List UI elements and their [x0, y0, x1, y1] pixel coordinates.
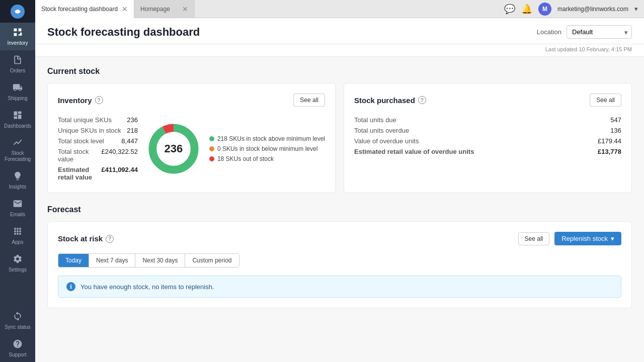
sidebar-item-insights-label: Insights — [9, 184, 26, 190]
sidebar-item-apps[interactable]: Apps — [0, 222, 35, 249]
sidebar-item-support-label: Support — [9, 352, 26, 358]
emails-icon — [13, 199, 23, 210]
stock-purchased-card: Stock purchased ? See all Total units du… — [344, 83, 632, 193]
stat-value-bold: £13,778 — [598, 148, 621, 155]
stat-row-value-overdue-units: Value of overdue units £179.44 — [354, 136, 621, 146]
user-initials: M — [542, 6, 547, 13]
sidebar-item-settings-label: Settings — [9, 267, 27, 273]
donut-area: 236 218 SKUs in stock above minimum leve… — [146, 121, 325, 176]
stock-at-risk-info-icon[interactable]: ? — [106, 235, 114, 243]
replenish-stock-label: Replenish stock — [561, 235, 608, 242]
tab-stock-forecasting-close[interactable]: ✕ — [122, 6, 128, 13]
sidebar-item-shipping[interactable]: Shipping — [0, 78, 35, 106]
period-tab-custom[interactable]: Custom period — [185, 254, 238, 267]
stat-value: 136 — [610, 127, 621, 134]
stat-row-unique-skus-in-stock: Unique SKUs in stock 218 — [58, 125, 138, 136]
period-tab-today[interactable]: Today — [58, 254, 89, 267]
notification-chat-icon[interactable]: 💬 — [504, 4, 515, 15]
sidebar-logo — [0, 0, 35, 23]
forecast-see-all-button[interactable]: See all — [518, 232, 550, 245]
info-banner-icon: ℹ — [66, 282, 75, 291]
apps-icon — [13, 226, 23, 238]
sidebar-item-orders[interactable]: Orders — [0, 50, 35, 78]
shipping-icon — [13, 82, 23, 94]
sidebar-item-apps-label: Apps — [12, 239, 24, 245]
user-email: marketing@linnworks.com — [557, 6, 628, 13]
page-title: Stock forecasting dashboard — [47, 26, 537, 39]
cards-row: Inventory ? See all Total unique SKUs 23… — [47, 83, 632, 193]
tab-homepage-close[interactable]: ✕ — [182, 6, 188, 13]
inventory-stats: Total unique SKUs 236 Unique SKUs in sto… — [58, 115, 138, 183]
period-tab-7days[interactable]: Next 7 days — [89, 254, 135, 267]
stock-purchased-info-icon[interactable]: ? — [418, 96, 426, 104]
stat-row-total-unique-skus: Total unique SKUs 236 — [58, 115, 138, 125]
tab-stock-forecasting[interactable]: Stock forecasting dashboard ✕ — [35, 0, 134, 18]
inventory-info-icon[interactable]: ? — [95, 96, 103, 104]
stock-purchased-see-all-button[interactable]: See all — [590, 94, 621, 107]
content-area: Stock forecasting dashboard Location Def… — [35, 18, 644, 362]
sidebar-item-emails[interactable]: Emails — [0, 194, 35, 222]
location-select[interactable]: Default — [567, 25, 632, 39]
stock-at-risk-title: Stock at risk ? — [58, 234, 114, 243]
location-select-wrapper: Default — [567, 25, 632, 39]
notification-bell-icon[interactable]: 🔔 — [521, 4, 532, 15]
sidebar-item-insights[interactable]: Insights — [0, 166, 35, 194]
inventory-card: Inventory ? See all Total unique SKUs 23… — [47, 83, 336, 193]
tab-bar: Stock forecasting dashboard ✕ Homepage ✕… — [35, 0, 644, 18]
stat-label: Total unique SKUs — [58, 116, 112, 124]
sidebar-item-inventory[interactable]: Inventory — [0, 23, 35, 50]
stat-row-estimated-retail-overdue: Estimated retail value of overdue units … — [354, 146, 621, 157]
forecast-title: Forecast — [47, 205, 632, 214]
sidebar-item-dashboards[interactable]: Dashboards — [0, 106, 35, 133]
legend-dot-green — [209, 136, 214, 141]
stat-row-total-units-overdue: Total units overdue 136 — [354, 125, 621, 136]
sidebar-item-emails-label: Emails — [10, 212, 25, 218]
sidebar-item-dashboards-label: Dashboards — [4, 123, 31, 129]
legend-label-red: 18 SKUs out of stock — [217, 155, 274, 162]
stock-purchased-stats: Total units due 547 Total units overdue … — [354, 115, 621, 157]
legend-item-green: 218 SKUs in stock above minimum level — [209, 135, 325, 142]
stat-value: £240,322.52 — [102, 148, 138, 163]
settings-icon — [13, 254, 23, 265]
stat-row-estimated-retail-value: Estimated retail value £411,092.44 — [58, 164, 138, 183]
tabbar-actions: 💬 🔔 M marketing@linnworks.com ▾ — [504, 0, 644, 18]
stock-purchased-card-header: Stock purchased ? See all — [354, 94, 621, 107]
last-updated: Last updated 10 February, 4:15 PM — [35, 44, 644, 57]
inventory-card-header: Inventory ? See all — [58, 94, 325, 107]
sidebar-item-shipping-label: Shipping — [8, 96, 28, 102]
stat-label: Value of overdue units — [354, 137, 419, 145]
sidebar-item-sync-label: Sync status — [5, 324, 31, 330]
donut-total-number: 236 — [165, 142, 183, 155]
stat-label: Total stock level — [58, 137, 104, 145]
inventory-card-title: Inventory ? — [58, 96, 103, 105]
stock-at-risk-title-text: Stock at risk — [58, 234, 103, 243]
sidebar-item-stock-forecasting[interactable]: Stock Forecasting — [0, 133, 35, 166]
inventory-icon — [13, 27, 23, 39]
orders-icon — [13, 55, 23, 66]
info-banner: ℹ You have enough stock, no items to rep… — [58, 276, 621, 298]
period-tabs: Today Next 7 days Next 30 days Custom pe… — [58, 253, 239, 267]
sidebar-item-support[interactable]: Support — [0, 334, 35, 362]
stat-label: Total units overdue — [354, 127, 409, 134]
page-header: Stock forecasting dashboard Location Def… — [35, 18, 644, 44]
location-label: Location — [537, 28, 561, 36]
legend-dot-orange — [209, 146, 214, 151]
location-area: Location Default — [537, 25, 632, 39]
inventory-content: Total unique SKUs 236 Unique SKUs in sto… — [58, 115, 325, 183]
sidebar-item-settings[interactable]: Settings — [0, 249, 35, 277]
stat-label: Total stock value — [58, 148, 102, 163]
inventory-see-all-button[interactable]: See all — [293, 94, 325, 107]
replenish-stock-button[interactable]: Replenish stock ▾ — [554, 232, 621, 245]
tab-homepage[interactable]: Homepage ✕ — [134, 0, 195, 18]
insights-icon — [13, 171, 23, 183]
user-avatar: M — [538, 3, 551, 16]
user-chevron-icon[interactable]: ▾ — [634, 5, 638, 13]
forecast-card: Stock at risk ? See all Replenish stock … — [47, 221, 632, 308]
stat-row-total-stock-level: Total stock level 8,447 — [58, 136, 138, 146]
content-body: Current stock Inventory ? See all — [35, 57, 644, 318]
legend-label-orange: 0 SKUs in stock below minimum level — [217, 145, 317, 152]
sidebar-item-sync-status[interactable]: Sync status — [0, 307, 35, 334]
stat-value: 236 — [127, 116, 138, 124]
period-tab-30days[interactable]: Next 30 days — [135, 254, 185, 267]
sidebar-item-orders-label: Orders — [10, 68, 26, 74]
